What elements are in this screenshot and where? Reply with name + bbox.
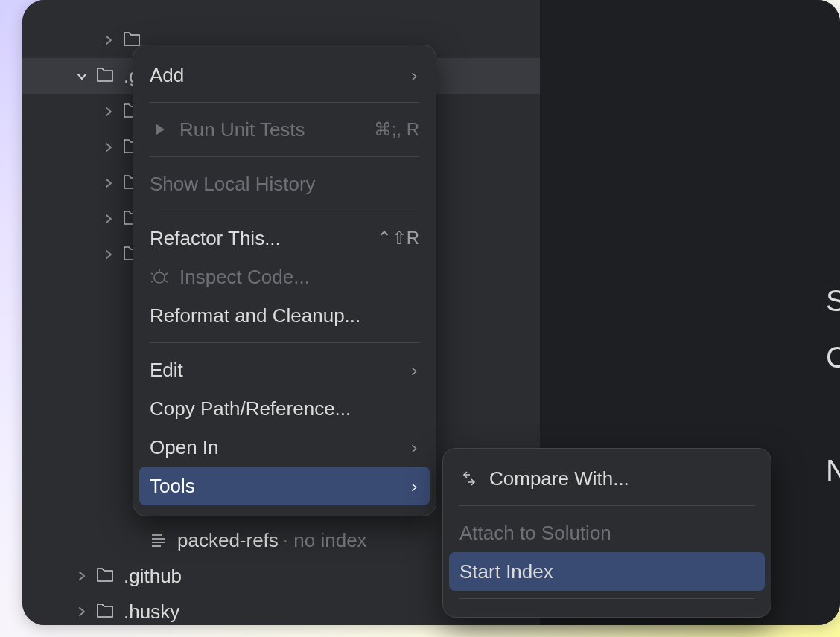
chevron-right-icon	[101, 247, 116, 262]
ctx-open-in[interactable]: Open In	[133, 428, 436, 467]
ctx-compare-with[interactable]: Compare With...	[443, 459, 771, 498]
chevron-right-icon	[101, 104, 116, 119]
ctx-run-unit-tests[interactable]: Run Unit Tests ⌘;, R	[133, 110, 436, 149]
ctx-copy-path[interactable]: Copy Path/Reference...	[133, 389, 436, 428]
chevron-right-icon	[409, 64, 419, 87]
ctx-start-index[interactable]: Start Index	[449, 552, 765, 591]
chevron-right-icon	[74, 604, 89, 619]
ctx-tools[interactable]: Tools	[139, 467, 430, 505]
menu-separator	[150, 156, 419, 157]
chevron-right-icon	[409, 359, 419, 382]
ctx-attach-solution[interactable]: Attach to Solution	[443, 513, 771, 552]
compare-icon	[459, 469, 479, 488]
menu-separator	[150, 342, 419, 343]
context-menu[interactable]: Add Run Unit Tests ⌘;, R Show Local Hist…	[133, 45, 436, 516]
no-index-badge: · no index	[283, 529, 367, 552]
chevron-down-icon	[74, 68, 89, 83]
chevron-right-icon	[101, 140, 116, 155]
svg-line-32	[151, 273, 153, 275]
tree-item-label: .husky	[124, 601, 179, 624]
tree-item-label: packed-refs	[177, 529, 279, 552]
menu-separator	[150, 102, 419, 103]
shortcut-label: ⌃⇧R	[377, 228, 419, 249]
play-icon	[150, 120, 169, 139]
ctx-edit[interactable]: Edit	[133, 350, 436, 389]
ctx-inspect-code[interactable]: Inspect Code...	[133, 257, 436, 296]
chevron-right-icon	[101, 176, 116, 191]
chevron-right-icon	[409, 436, 419, 459]
chevron-right-icon	[101, 211, 116, 226]
ctx-add[interactable]: Add	[133, 56, 436, 95]
svg-line-34	[151, 281, 153, 282]
chevron-right-icon	[101, 33, 116, 48]
folder-icon	[95, 66, 115, 86]
context-submenu-tools[interactable]: Compare With... Attach to Solution Start…	[442, 448, 771, 618]
svg-line-35	[165, 281, 168, 282]
shortcut-label: ⌘;, R	[374, 119, 419, 140]
tree-item-label: .github	[124, 565, 182, 588]
ctx-show-local-history[interactable]: Show Local History	[133, 164, 436, 203]
folder-icon	[95, 566, 115, 586]
svg-line-33	[165, 273, 168, 275]
chevron-right-icon	[74, 569, 89, 583]
menu-separator	[150, 211, 419, 211]
menu-separator	[459, 598, 754, 599]
folder-icon	[95, 602, 115, 621]
file-icon	[149, 531, 168, 550]
ctx-refactor-this[interactable]: Refactor This... ⌃⇧R	[133, 219, 436, 257]
bug-icon	[150, 267, 169, 287]
chevron-right-icon	[409, 475, 419, 498]
editor-hint-letters: S C N	[826, 272, 840, 499]
menu-separator	[459, 505, 754, 506]
svg-point-30	[154, 272, 165, 283]
ctx-reformat-cleanup[interactable]: Reformat and Cleanup...	[133, 296, 436, 335]
